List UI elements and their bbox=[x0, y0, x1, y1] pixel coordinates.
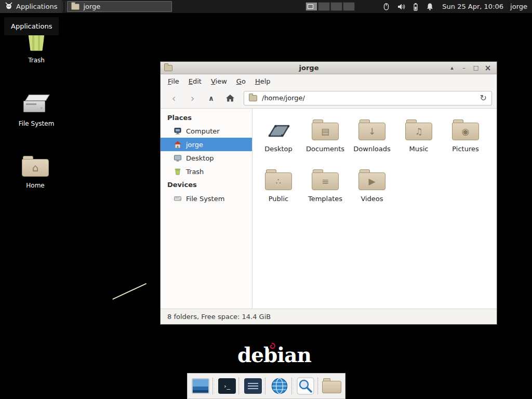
file-item-label: Downloads bbox=[353, 145, 390, 153]
dock-desktop-button[interactable] bbox=[190, 375, 211, 397]
sidebar-item-label: Desktop bbox=[186, 154, 214, 162]
sidebar-item-trash[interactable]: Trash bbox=[161, 165, 252, 178]
menu-go[interactable]: Go bbox=[232, 75, 250, 87]
file-item-label: Documents bbox=[306, 145, 344, 153]
menu-file[interactable]: File bbox=[163, 75, 184, 87]
text-terminal-icon bbox=[244, 378, 262, 394]
user-menu[interactable]: jorge bbox=[510, 3, 527, 10]
taskbar-window-button[interactable]: jorge bbox=[67, 1, 172, 12]
templates-folder-icon: ≡ bbox=[311, 169, 339, 191]
dock-terminal-button[interactable]: ›_ bbox=[216, 375, 238, 397]
window-content: Places Computer jorge bbox=[161, 109, 497, 309]
file-icon-view: Desktop ▤ Documents ↓ Downloads ♫ Music … bbox=[252, 109, 497, 309]
folder-icon bbox=[322, 378, 342, 394]
desktop-icon-label: File System bbox=[11, 120, 61, 127]
file-item-label: Desktop bbox=[264, 145, 292, 153]
sidebar-item-label: Computer bbox=[186, 127, 220, 135]
xfce-mouse-icon bbox=[5, 2, 13, 11]
file-item-label: Videos bbox=[361, 195, 383, 203]
battery-icon[interactable] bbox=[411, 2, 420, 11]
applications-menu-button[interactable]: Applications bbox=[0, 0, 62, 13]
back-button[interactable]: ‹ bbox=[165, 91, 182, 105]
file-item-label: Music bbox=[409, 145, 429, 153]
reload-icon[interactable]: ↻ bbox=[480, 93, 487, 103]
file-item-label: Pictures bbox=[452, 145, 478, 153]
mouse-settings-icon[interactable] bbox=[382, 2, 391, 11]
magnifier-icon bbox=[297, 377, 314, 395]
shade-button[interactable]: ▴ bbox=[447, 63, 457, 73]
stray-line-artifact bbox=[112, 283, 147, 300]
sidebar-header-devices: Devices bbox=[161, 178, 252, 192]
path-folder-icon bbox=[249, 95, 257, 101]
sidebar-item-computer[interactable]: Computer bbox=[161, 124, 252, 138]
downloads-folder-icon: ↓ bbox=[358, 119, 386, 141]
globe-icon bbox=[271, 377, 288, 395]
hard-drive-icon bbox=[11, 89, 61, 115]
music-folder-icon: ♫ bbox=[405, 119, 433, 141]
workspace-4[interactable] bbox=[343, 2, 355, 11]
workspace-3[interactable] bbox=[330, 2, 342, 11]
documents-folder-icon: ▤ bbox=[311, 119, 339, 141]
file-item-desktop[interactable]: Desktop bbox=[255, 117, 302, 167]
workspace-2[interactable] bbox=[318, 2, 330, 11]
dock-separator bbox=[238, 378, 241, 394]
sidebar-item-file-system[interactable]: File System bbox=[161, 192, 252, 205]
workspace-switcher[interactable] bbox=[305, 2, 355, 11]
panel-separator-handle[interactable] bbox=[62, 2, 66, 11]
menubar: File Edit View Go Help bbox=[161, 74, 497, 88]
desktop-workspace-icon bbox=[264, 119, 292, 141]
dock-separator bbox=[291, 378, 294, 394]
file-item-pictures[interactable]: ◉ Pictures bbox=[442, 117, 489, 167]
videos-folder-icon: ▶ bbox=[358, 169, 386, 191]
window-titlebar[interactable]: jorge ▴ – □ × bbox=[161, 62, 497, 74]
top-panel: Applications jorge bbox=[0, 0, 532, 13]
menu-view[interactable]: View bbox=[206, 75, 232, 87]
sidebar-header-places: Places bbox=[161, 112, 252, 124]
dock-text-terminal-button[interactable] bbox=[242, 375, 264, 397]
file-manager-window: jorge ▴ – □ × File Edit View Go Help ‹ ›… bbox=[160, 61, 497, 325]
sidebar-item-jorge[interactable]: jorge bbox=[161, 138, 252, 151]
statusbar-text: 8 folders, Free space: 14.4 GiB bbox=[167, 313, 271, 321]
folder-icon bbox=[71, 4, 79, 10]
file-item-public[interactable]: ∴ Public bbox=[255, 167, 302, 217]
clock[interactable]: Sun 25 Apr, 10:06 bbox=[442, 3, 503, 10]
menu-help[interactable]: Help bbox=[250, 75, 275, 87]
applications-tooltip: Applications bbox=[4, 17, 59, 35]
computer-icon bbox=[174, 127, 182, 135]
file-item-music[interactable]: ♫ Music bbox=[395, 117, 442, 167]
file-item-videos[interactable]: ▶ Videos bbox=[349, 167, 395, 217]
minimize-button[interactable]: – bbox=[459, 63, 469, 73]
desktop-icon-home[interactable]: ⌂ Home bbox=[10, 151, 60, 189]
desktop-icon bbox=[192, 378, 209, 394]
home-icon bbox=[225, 94, 235, 103]
file-item-downloads[interactable]: ↓ Downloads bbox=[349, 117, 395, 167]
dock-separator bbox=[212, 378, 215, 394]
dock-web-browser-button[interactable] bbox=[269, 375, 290, 397]
system-tray bbox=[382, 2, 434, 11]
terminal-icon: ›_ bbox=[218, 378, 236, 394]
dock-application-finder-button[interactable] bbox=[295, 375, 317, 397]
dock-file-manager-button[interactable] bbox=[321, 375, 343, 397]
close-button[interactable]: × bbox=[483, 63, 493, 73]
desktop-icon-filesystem[interactable]: File System bbox=[11, 89, 61, 127]
home-button[interactable] bbox=[221, 91, 238, 105]
sidebar-item-label: Trash bbox=[186, 168, 204, 176]
home-icon bbox=[174, 140, 182, 149]
path-bar[interactable]: /home/jorge/ ↻ bbox=[244, 91, 492, 105]
trash-icon bbox=[174, 167, 182, 176]
file-item-documents[interactable]: ▤ Documents bbox=[302, 117, 349, 167]
sidebar-item-label: File System bbox=[186, 195, 224, 203]
sidebar-item-desktop[interactable]: Desktop bbox=[161, 151, 252, 165]
menu-edit[interactable]: Edit bbox=[184, 75, 206, 87]
workspace-1[interactable] bbox=[305, 2, 317, 11]
file-item-templates[interactable]: ≡ Templates bbox=[302, 167, 349, 217]
notifications-bell-icon[interactable] bbox=[425, 2, 434, 11]
debian-swirl-icon bbox=[268, 342, 276, 351]
maximize-button[interactable]: □ bbox=[471, 63, 481, 73]
statusbar: 8 folders, Free space: 14.4 GiB bbox=[161, 309, 497, 324]
path-text: /home/jorge/ bbox=[262, 94, 305, 102]
up-button[interactable]: ∧ bbox=[203, 91, 220, 105]
forward-button[interactable]: › bbox=[184, 91, 201, 105]
hard-drive-icon bbox=[174, 194, 182, 203]
volume-icon[interactable] bbox=[396, 2, 405, 11]
